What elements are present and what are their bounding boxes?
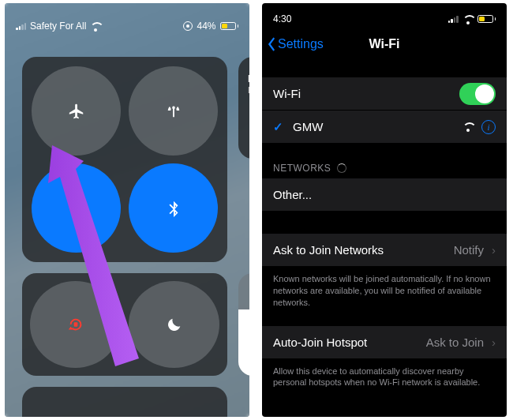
rotation-lock-icon [67,316,84,333]
wifi-icon [90,22,101,31]
battery-icon [477,15,496,23]
screen-mirroring-tile[interactable]: Screen Mirroring [22,387,227,417]
slider-group [238,273,249,376]
bluetooth-icon [165,200,182,217]
wifi-row-label: Wi-Fi [273,87,301,100]
ask-value: Notify [454,243,484,257]
svg-rect-0 [73,322,77,327]
control-center-screenshot: Safety For All 44% [5,3,249,417]
carrier-label: Safety For All [30,21,86,32]
connectivity-tile[interactable] [22,57,227,262]
chevron-right-icon: › [492,336,496,349]
wifi-icon [462,15,474,24]
battery-percent: 44% [197,21,215,32]
antenna-icon [165,103,182,120]
track-title: Laugh Now Cry... [248,73,249,84]
wifi-icon [68,200,85,217]
auto-join-hotspot-row[interactable]: Auto-Join Hotspot Ask to Join › [262,326,507,359]
cellular-signal-icon [16,22,26,30]
cellular-data-toggle[interactable] [129,66,218,156]
auto-value: Ask to Join [426,336,484,349]
clock: 4:30 [273,13,291,24]
spinner-icon [337,163,346,173]
connected-network-row[interactable]: ✓ GMW i [262,111,507,144]
airplane-mode-toggle[interactable] [32,66,121,156]
focus-tile[interactable] [22,273,227,376]
location-icon [183,21,193,31]
wifi-switch[interactable] [459,83,496,105]
status-bar: 4:30 [262,3,507,27]
page-title: Wi-Fi [262,37,507,51]
ask-label: Ask to Join Networks [273,243,384,257]
networks-header: NETWORKS [262,144,507,178]
other-label: Other... [273,188,312,201]
wifi-master-toggle-row[interactable]: Wi-Fi [262,77,507,111]
ask-to-join-row[interactable]: Ask to Join Networks Notify › [262,234,507,267]
rotation-lock-toggle[interactable] [30,281,121,368]
other-network-row[interactable]: Other... [262,178,507,212]
cellular-signal-icon [448,15,459,23]
bluetooth-toggle[interactable] [129,163,218,253]
auto-description: Allow this device to automatically disco… [262,359,507,389]
ask-description: Known networks will be joined automatica… [262,267,507,309]
moon-icon [166,316,183,333]
brightness-slider[interactable] [238,273,249,376]
chevron-right-icon: › [492,243,496,257]
airplane-icon [68,103,85,120]
wifi-settings-screenshot: 4:30 Settings Wi-Fi Wi-Fi ✓ GMW i NETWOR [262,3,507,417]
info-button[interactable]: i [481,120,496,134]
nav-bar: Settings Wi-Fi [262,27,507,62]
track-artist: Drake [248,85,249,95]
do-not-disturb-toggle[interactable] [129,281,219,368]
checkmark-icon: ✓ [273,120,283,134]
networks-header-label: NETWORKS [273,163,331,174]
battery-icon [220,22,239,30]
network-name: GMW [293,120,323,133]
auto-label: Auto-Join Hotspot [273,336,367,349]
wifi-toggle[interactable] [32,163,121,253]
signal-strength-icon [462,122,474,131]
status-bar: Safety For All 44% [5,3,249,35]
now-playing-tile[interactable]: Laugh Now Cry... Drake [238,57,249,159]
